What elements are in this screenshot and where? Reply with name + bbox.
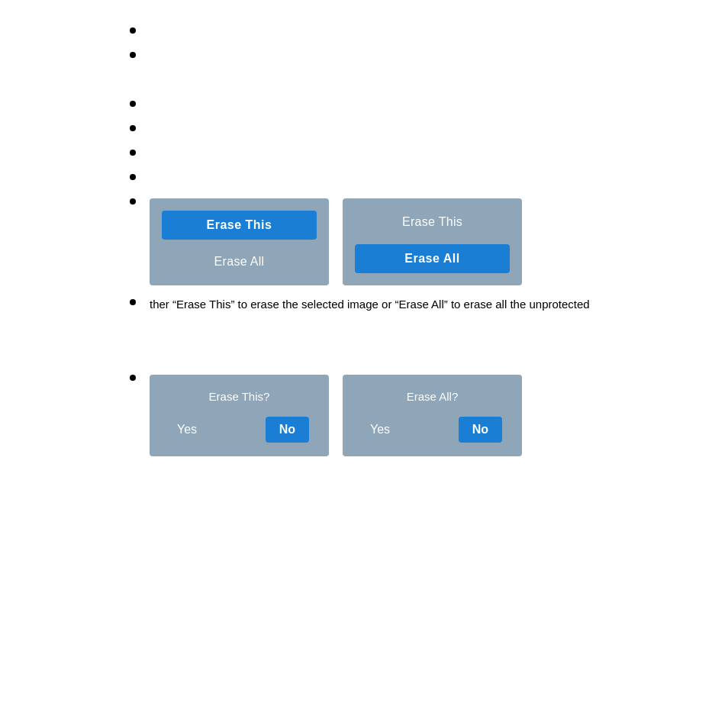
erase-all-button-1[interactable]: Erase All [162, 250, 317, 273]
list-item-dialogs: Erase This Erase All Erase This Erase Al… [130, 194, 728, 285]
dialogs-row-1: Erase This Erase All Erase This Erase Al… [150, 198, 728, 285]
confirm-no-button-1[interactable]: No [266, 417, 309, 443]
bullet-dot-dialogs [130, 198, 136, 205]
erase-this-button-1[interactable]: Erase This [162, 211, 317, 240]
confirm-buttons-1: Yes No [163, 417, 315, 443]
confirm-dialog-box-1: Erase This? Yes No [150, 375, 329, 456]
bullet-dot-4 [130, 125, 136, 131]
dialog-box-1: Erase This Erase All [150, 198, 329, 285]
confirm-yes-button-2[interactable]: Yes [362, 420, 398, 440]
erase-this-button-2[interactable]: Erase This [355, 211, 510, 234]
spacer-1 [130, 72, 728, 87]
list-item-1 [130, 23, 728, 38]
confirm-dialog-box-2: Erase All? Yes No [343, 375, 522, 456]
bullet-content-1 [150, 23, 728, 38]
list-item-confirm-dialogs: Erase This? Yes No Erase All? Yes No [130, 370, 728, 456]
bullet-list: Erase This Erase All Erase This Erase Al… [130, 23, 728, 456]
dialog-box-2: Erase This Erase All [343, 198, 522, 285]
erase-all-button-2[interactable]: Erase All [355, 244, 510, 273]
list-item-5 [130, 145, 728, 160]
bullet-dot-3 [130, 101, 136, 107]
bullet-content-6 [150, 169, 728, 185]
bullet-dot-6 [130, 174, 136, 180]
bullet-dot-instruction [130, 299, 136, 305]
bullet-content-5 [150, 145, 728, 160]
bullet-content-confirm: Erase This? Yes No Erase All? Yes No [150, 370, 728, 456]
confirm-yes-button-1[interactable]: Yes [169, 420, 205, 440]
bullet-content-2 [150, 47, 728, 63]
list-item-3 [130, 96, 728, 111]
spacer-2 [130, 323, 728, 361]
bullet-dot-2 [130, 52, 136, 58]
bullet-content-dialogs: Erase This Erase All Erase This Erase Al… [150, 194, 728, 285]
bullet-content-3 [150, 96, 728, 111]
list-item-2 [130, 47, 728, 63]
bullet-dot-confirm [130, 375, 136, 381]
confirm-buttons-2: Yes No [356, 417, 508, 443]
list-item-4 [130, 121, 728, 136]
bullet-content-4 [150, 121, 728, 136]
confirm-title-2: Erase All? [356, 387, 508, 403]
bullet-dot-5 [130, 150, 136, 156]
confirm-no-button-2[interactable]: No [459, 417, 502, 443]
page-container: Erase This Erase All Erase This Erase Al… [0, 0, 728, 488]
dialogs-row-2: Erase This? Yes No Erase All? Yes No [150, 375, 728, 456]
instruction-text: ther “Erase This” to erase the selected … [150, 295, 728, 314]
bullet-dot-1 [130, 27, 136, 34]
list-item-6 [130, 169, 728, 185]
bullet-content-instruction: ther “Erase This” to erase the selected … [150, 295, 728, 314]
list-item-instruction: ther “Erase This” to erase the selected … [130, 295, 728, 314]
confirm-title-1: Erase This? [163, 387, 315, 403]
